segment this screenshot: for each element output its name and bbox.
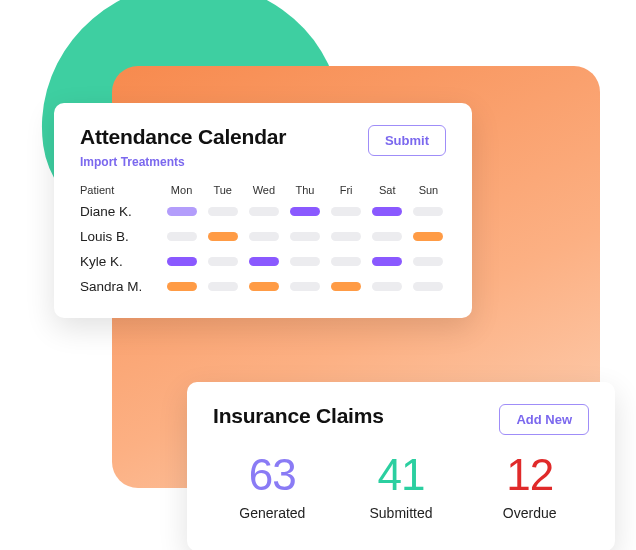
attendance-table: PatientMonTueWedThuFriSatSun Diane K.Lou…	[80, 184, 446, 294]
attendance-header-row: PatientMonTueWedThuFriSatSun	[80, 184, 446, 196]
table-row: Diane K.	[80, 204, 446, 219]
col-day: Fri	[329, 184, 364, 196]
claims-title: Insurance Claims	[213, 404, 384, 428]
table-row: Louis B.	[80, 229, 446, 244]
attendance-pill	[167, 207, 197, 216]
patient-name: Kyle K.	[80, 254, 158, 269]
claim-value: 41	[342, 453, 461, 497]
patient-name: Diane K.	[80, 204, 158, 219]
claim-stat: 12Overdue	[470, 453, 589, 521]
patient-name: Sandra M.	[80, 279, 158, 294]
attendance-pill	[413, 257, 443, 266]
attendance-pill	[413, 232, 443, 241]
attendance-pill	[290, 257, 320, 266]
attendance-pill	[249, 282, 279, 291]
attendance-pill	[331, 207, 361, 216]
attendance-pill	[372, 282, 402, 291]
attendance-title: Attendance Calendar	[80, 125, 286, 149]
import-treatments-link[interactable]: Import Treatments	[80, 155, 185, 169]
attendance-pill	[249, 257, 279, 266]
table-row: Sandra M.	[80, 279, 446, 294]
col-day: Sat	[370, 184, 405, 196]
claim-value: 12	[470, 453, 589, 497]
attendance-pill	[372, 257, 402, 266]
submit-button[interactable]: Submit	[368, 125, 446, 156]
attendance-pill	[208, 207, 238, 216]
attendance-pill	[208, 232, 238, 241]
attendance-pill	[208, 257, 238, 266]
claim-label: Submitted	[342, 505, 461, 521]
claim-label: Generated	[213, 505, 332, 521]
attendance-pill	[249, 207, 279, 216]
col-day: Wed	[246, 184, 281, 196]
col-patient: Patient	[80, 184, 158, 196]
patient-name: Louis B.	[80, 229, 158, 244]
attendance-pill	[167, 232, 197, 241]
col-day: Tue	[205, 184, 240, 196]
claim-label: Overdue	[470, 505, 589, 521]
attendance-card: Attendance Calendar Import Treatments Su…	[54, 103, 472, 318]
claims-stats: 63Generated41Submitted12Overdue	[213, 453, 589, 521]
col-day: Sun	[411, 184, 446, 196]
attendance-pill	[372, 207, 402, 216]
attendance-pill	[331, 232, 361, 241]
attendance-pill	[249, 232, 279, 241]
attendance-pill	[167, 257, 197, 266]
attendance-pill	[290, 207, 320, 216]
attendance-pill	[331, 257, 361, 266]
col-day: Thu	[287, 184, 322, 196]
claim-stat: 41Submitted	[342, 453, 461, 521]
claims-card: Insurance Claims Add New 63Generated41Su…	[187, 382, 615, 550]
claim-value: 63	[213, 453, 332, 497]
attendance-pill	[413, 207, 443, 216]
attendance-pill	[208, 282, 238, 291]
claim-stat: 63Generated	[213, 453, 332, 521]
attendance-pill	[167, 282, 197, 291]
attendance-pill	[413, 282, 443, 291]
attendance-pill	[331, 282, 361, 291]
attendance-pill	[290, 282, 320, 291]
table-row: Kyle K.	[80, 254, 446, 269]
add-new-button[interactable]: Add New	[499, 404, 589, 435]
attendance-pill	[372, 232, 402, 241]
attendance-pill	[290, 232, 320, 241]
col-day: Mon	[164, 184, 199, 196]
